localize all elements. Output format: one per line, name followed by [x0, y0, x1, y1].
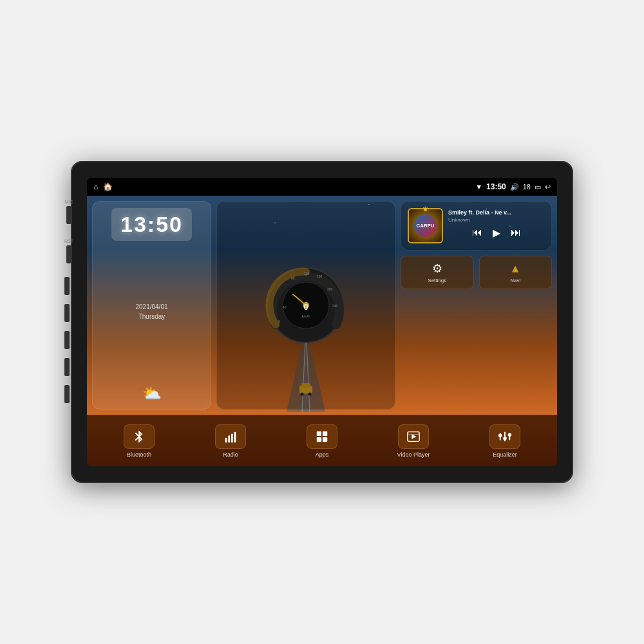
status-time: 13:50: [486, 182, 506, 191]
settings-icon: ⚙: [432, 261, 442, 276]
speedometer-svg: 0 km/h 0 40 80 120 160 200 240: [264, 263, 348, 347]
video-icon-box: [398, 424, 429, 449]
screen: ⌂ 🏠 ▼ 13:50 🔊 18 ▭ ↩: [87, 178, 557, 466]
next-button[interactable]: ⏭: [511, 227, 521, 238]
home-button[interactable]: [64, 304, 70, 322]
back-status-icon: ↩: [545, 183, 551, 191]
svg-rect-28: [323, 437, 327, 441]
svg-point-35: [503, 437, 507, 440]
video-item[interactable]: Video Player: [368, 424, 459, 458]
apps-label: Apps: [316, 451, 329, 458]
video-icon: [406, 430, 421, 444]
clock-display: 13:50: [111, 208, 192, 241]
side-buttons: MIC RST: [64, 200, 73, 405]
svg-marker-30: [412, 434, 416, 439]
svg-text:160: 160: [317, 274, 323, 278]
volume-icon: 🔊: [510, 183, 519, 191]
home-status-icon: ⌂: [93, 182, 98, 191]
main-screen: 13:50 2021/04/01 Thursday ⛅: [87, 196, 557, 466]
svg-text:0: 0: [304, 303, 308, 312]
rst-button[interactable]: [66, 245, 71, 263]
settings-button[interactable]: ⚙ Settings: [401, 256, 474, 289]
music-widget: ♛ CARFU Smiley ft. Delia - Ne v... Unkno…: [401, 201, 552, 251]
svg-rect-23: [231, 433, 233, 442]
crown-icon: ♛: [422, 205, 428, 213]
settings-label: Settings: [428, 278, 446, 283]
play-button[interactable]: ▶: [493, 227, 500, 239]
vol-up-button[interactable]: [64, 358, 70, 376]
bluetooth-label: Bluetooth: [127, 451, 151, 458]
status-bar: ⌂ 🏠 ▼ 13:50 🔊 18 ▭ ↩: [87, 178, 557, 196]
svg-text:0: 0: [278, 319, 280, 323]
prev-button[interactable]: ⏮: [472, 227, 482, 238]
svg-text:200: 200: [327, 287, 333, 291]
settings-navi-grid: ⚙ Settings ▲ Navi: [401, 256, 552, 289]
battery-icon: ▭: [535, 183, 541, 191]
equalizer-icon: [498, 430, 512, 444]
music-title: Smiley ft. Delia - Ne v...: [448, 209, 545, 216]
mic-label: MIC: [65, 200, 73, 204]
svg-rect-27: [317, 437, 321, 441]
navi-icon: ▲: [509, 262, 521, 276]
equalizer-icon-box: [489, 424, 520, 449]
clock-date: 2021/04/01 Thursday: [135, 302, 167, 321]
apps-icon: [315, 430, 329, 444]
right-panel: ♛ CARFU Smiley ft. Delia - Ne v... Unkno…: [401, 201, 552, 410]
svg-rect-25: [317, 431, 321, 435]
apps-icon-box: [307, 424, 337, 449]
svg-rect-21: [225, 437, 227, 442]
back-button[interactable]: [64, 331, 70, 349]
bluetooth-icon-box: [124, 424, 155, 449]
bluetooth-item[interactable]: Bluetooth: [93, 424, 185, 458]
music-artist: Unknown: [448, 217, 545, 223]
album-art: ♛ CARFU: [408, 208, 443, 243]
widgets-area: 13:50 2021/04/01 Thursday ⛅: [87, 196, 557, 415]
svg-rect-22: [228, 435, 230, 442]
svg-rect-24: [234, 431, 236, 442]
svg-text:80: 80: [291, 276, 295, 280]
clock-widget: 13:50 2021/04/01 Thursday ⛅: [92, 201, 211, 410]
speedometer-widget: 0 km/h 0 40 80 120 160 200 240: [216, 201, 395, 410]
rst-label: RST: [64, 239, 73, 243]
weather-icon: ⛅: [142, 384, 162, 402]
volume-level: 18: [523, 183, 531, 191]
car-unit: MIC RST ⌂ 🏠 ▼ 13:50 🔊 18 ▭ ↩: [71, 161, 573, 483]
wifi-icon: ▼: [475, 183, 482, 191]
svg-text:km/h: km/h: [301, 314, 310, 318]
apps-item[interactable]: Apps: [276, 424, 368, 458]
svg-point-33: [498, 433, 502, 437]
svg-text:240: 240: [332, 304, 338, 308]
bottom-bar: Bluetooth Radio: [87, 415, 557, 466]
android-home-icon: 🏠: [103, 182, 113, 191]
vol-down-button[interactable]: [64, 385, 70, 403]
svg-text:120: 120: [304, 272, 310, 276]
navi-label: Navi: [510, 278, 520, 283]
svg-point-37: [508, 433, 512, 437]
mic-button[interactable]: [66, 206, 71, 224]
radio-item[interactable]: Radio: [185, 424, 276, 458]
album-logo: CARFU: [414, 214, 437, 237]
svg-rect-26: [323, 431, 327, 435]
radio-icon: [223, 430, 238, 444]
navi-button[interactable]: ▲ Navi: [479, 256, 553, 289]
radio-icon-box: [215, 424, 246, 449]
equalizer-item[interactable]: Equalizer: [459, 424, 551, 458]
radio-label: Radio: [223, 451, 238, 458]
power-button[interactable]: [64, 277, 70, 295]
video-label: Video Player: [397, 451, 430, 458]
equalizer-label: Equalizer: [493, 451, 517, 458]
svg-text:40: 40: [283, 305, 287, 309]
bluetooth-icon: [132, 430, 146, 444]
